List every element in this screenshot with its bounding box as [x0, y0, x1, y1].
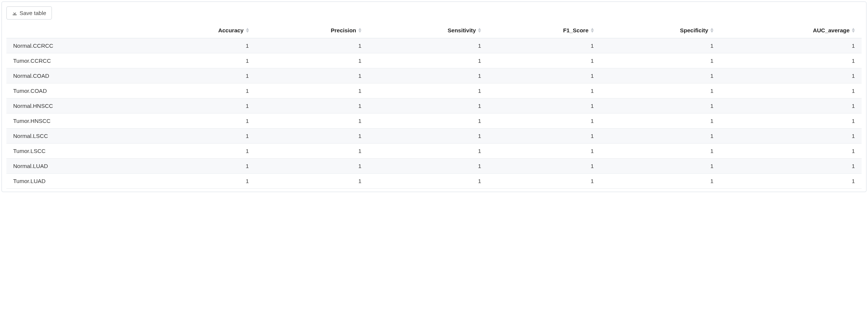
cell-value: 1	[368, 68, 488, 83]
cell-value: 1	[368, 174, 488, 189]
table-row: Tumor.COAD111111	[6, 83, 862, 98]
sort-icon	[852, 28, 855, 33]
cell-value: 1	[368, 129, 488, 144]
row-label: Normal.HNSCC	[6, 98, 143, 114]
cell-value: 1	[601, 129, 720, 144]
cell-value: 1	[488, 68, 600, 83]
column-header-label: AUC_average	[813, 27, 850, 33]
cell-value: 1	[601, 38, 720, 53]
cell-value: 1	[368, 98, 488, 114]
cell-value: 1	[720, 53, 862, 68]
column-header-auc_average[interactable]: AUC_average	[720, 23, 862, 38]
cell-value: 1	[256, 68, 368, 83]
cell-value: 1	[720, 114, 862, 129]
sort-icon	[478, 28, 481, 33]
cell-value: 1	[720, 129, 862, 144]
cell-value: 1	[143, 98, 255, 114]
table-row: Normal.LUAD111111	[6, 159, 862, 174]
sort-icon	[246, 28, 249, 33]
cell-value: 1	[601, 83, 720, 98]
cell-value: 1	[720, 159, 862, 174]
cell-value: 1	[256, 98, 368, 114]
row-label: Tumor.HNSCC	[6, 114, 143, 129]
column-header-f1_score[interactable]: F1_Score	[488, 23, 600, 38]
row-label: Normal.LUAD	[6, 159, 143, 174]
cell-value: 1	[488, 174, 600, 189]
table-body: Normal.CCRCC111111Tumor.CCRCC111111Norma…	[6, 38, 862, 189]
table-row: Normal.LSCC111111	[6, 129, 862, 144]
table-row: Tumor.HNSCC111111	[6, 114, 862, 129]
cell-value: 1	[368, 83, 488, 98]
table-row: Normal.CCRCC111111	[6, 38, 862, 53]
column-header-label: Sensitivity	[448, 27, 476, 33]
row-label: Tumor.LUAD	[6, 174, 143, 189]
cell-value: 1	[143, 129, 255, 144]
cell-value: 1	[488, 53, 600, 68]
cell-value: 1	[488, 98, 600, 114]
cell-value: 1	[488, 129, 600, 144]
cell-value: 1	[601, 174, 720, 189]
row-label: Normal.CCRCC	[6, 38, 143, 53]
cell-value: 1	[256, 174, 368, 189]
row-label: Normal.COAD	[6, 68, 143, 83]
column-header-specificity[interactable]: Specificity	[601, 23, 720, 38]
cell-value: 1	[368, 159, 488, 174]
cell-value: 1	[720, 38, 862, 53]
cell-value: 1	[601, 159, 720, 174]
cell-value: 1	[488, 114, 600, 129]
save-table-label: Save table	[20, 10, 46, 16]
row-label: Tumor.COAD	[6, 83, 143, 98]
table-row: Tumor.LSCC111111	[6, 144, 862, 159]
cell-value: 1	[488, 159, 600, 174]
column-header-label: Precision	[331, 27, 356, 33]
sort-icon	[591, 28, 594, 33]
cell-value: 1	[256, 114, 368, 129]
cell-value: 1	[256, 53, 368, 68]
column-header-label: Accuracy	[218, 27, 244, 33]
save-table-button[interactable]: Save table	[6, 6, 52, 20]
cell-value: 1	[368, 38, 488, 53]
row-label: Tumor.CCRCC	[6, 53, 143, 68]
cell-value: 1	[143, 159, 255, 174]
data-table-panel: Save table AccuracyPrecisionSensitivityF…	[2, 2, 866, 192]
download-icon	[12, 11, 17, 16]
cell-value: 1	[256, 129, 368, 144]
column-header-precision[interactable]: Precision	[256, 23, 368, 38]
cell-value: 1	[720, 83, 862, 98]
cell-value: 1	[601, 114, 720, 129]
cell-value: 1	[368, 53, 488, 68]
cell-value: 1	[143, 38, 255, 53]
cell-value: 1	[720, 68, 862, 83]
cell-value: 1	[368, 144, 488, 159]
cell-value: 1	[601, 144, 720, 159]
cell-value: 1	[601, 68, 720, 83]
cell-value: 1	[488, 144, 600, 159]
table-row: Tumor.CCRCC111111	[6, 53, 862, 68]
row-label: Normal.LSCC	[6, 129, 143, 144]
cell-value: 1	[143, 114, 255, 129]
cell-value: 1	[720, 98, 862, 114]
cell-value: 1	[601, 98, 720, 114]
table-row: Normal.HNSCC111111	[6, 98, 862, 114]
cell-value: 1	[368, 114, 488, 129]
column-header-label: F1_Score	[563, 27, 589, 33]
cell-value: 1	[143, 174, 255, 189]
cell-value: 1	[256, 83, 368, 98]
metrics-table: AccuracyPrecisionSensitivityF1_ScoreSpec…	[6, 23, 862, 189]
cell-value: 1	[143, 68, 255, 83]
cell-value: 1	[601, 53, 720, 68]
row-label: Tumor.LSCC	[6, 144, 143, 159]
column-header-sensitivity[interactable]: Sensitivity	[368, 23, 488, 38]
cell-value: 1	[143, 53, 255, 68]
cell-value: 1	[720, 174, 862, 189]
table-row: Tumor.LUAD111111	[6, 174, 862, 189]
table-header: AccuracyPrecisionSensitivityF1_ScoreSpec…	[6, 23, 862, 38]
cell-value: 1	[256, 144, 368, 159]
cell-value: 1	[256, 38, 368, 53]
cell-value: 1	[720, 144, 862, 159]
cell-value: 1	[488, 38, 600, 53]
cell-value: 1	[256, 159, 368, 174]
cell-value: 1	[143, 83, 255, 98]
column-header-rowlabel	[6, 23, 143, 38]
column-header-accuracy[interactable]: Accuracy	[143, 23, 255, 38]
